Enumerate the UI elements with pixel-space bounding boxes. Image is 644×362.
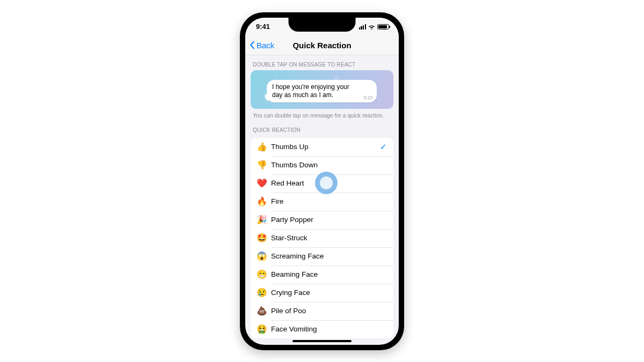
message-bubble[interactable]: I hope you're enjoying your day as much …: [267, 80, 377, 103]
preview-footer: You can double tap on message for a quic…: [245, 109, 399, 119]
reaction-row[interactable]: 🤩Star-Struck: [251, 229, 393, 247]
reaction-label: Screaming Face: [271, 252, 387, 260]
reaction-row[interactable]: 👍Thumbs Up✓: [251, 138, 393, 156]
reaction-row[interactable]: 🤮Face Vomiting: [251, 320, 393, 338]
reaction-label: Crying Face: [271, 289, 387, 297]
nav-bar: Back Quick Reaction: [245, 36, 399, 55]
message-text: I hope you're enjoying your day as much …: [272, 83, 371, 100]
phone-screen: 9:41 Back Quick Reaction DOUBLE TAP ON M: [245, 18, 399, 345]
reaction-label: Thumbs Up: [271, 143, 380, 151]
checkmark-icon: ✓: [380, 142, 387, 152]
back-button[interactable]: Back: [250, 36, 274, 55]
notch: [289, 18, 356, 32]
reaction-row[interactable]: 😁Beaming Face: [251, 265, 393, 284]
home-indicator[interactable]: [292, 340, 352, 342]
reaction-label: Party Popper: [271, 216, 387, 224]
reaction-row[interactable]: 😢Crying Face: [251, 284, 393, 302]
page-title: Quick Reaction: [292, 41, 351, 50]
cellular-signal-icon: [359, 24, 366, 29]
preview-header: DOUBLE TAP ON MESSAGE TO REACT: [245, 55, 399, 70]
reaction-row[interactable]: 👎Thumbs Down: [251, 156, 393, 174]
reaction-row[interactable]: 💩Pile of Poo: [251, 302, 393, 320]
reaction-emoji-icon: 🤩: [256, 234, 268, 242]
reaction-list: 👍Thumbs Up✓👎Thumbs Down❤️Red Heart🔥Fire🎉…: [251, 138, 393, 338]
list-header: QUICK REACTION: [245, 119, 399, 136]
reaction-emoji-icon: 🔥: [256, 197, 268, 206]
status-time: 9:41: [256, 23, 270, 31]
reaction-label: Pile of Poo: [271, 307, 387, 315]
reaction-label: Beaming Face: [271, 270, 387, 278]
reaction-emoji-icon: 🎉: [256, 216, 268, 224]
reaction-emoji-icon: 👍: [256, 143, 268, 151]
reaction-row[interactable]: 😱Screaming Face: [251, 247, 393, 265]
reaction-row[interactable]: ❤️Red Heart: [251, 174, 393, 193]
reaction-label: Thumbs Down: [271, 161, 387, 169]
reaction-row[interactable]: 🎉Party Popper: [251, 211, 393, 229]
reaction-emoji-icon: 🤮: [256, 325, 268, 334]
message-time: 9:23: [363, 95, 372, 100]
reaction-emoji-icon: ❤️: [256, 179, 268, 188]
stage: 9:41 Back Quick Reaction DOUBLE TAP ON M: [0, 0, 644, 362]
back-label: Back: [257, 41, 274, 50]
chevron-left-icon: [250, 41, 255, 49]
reaction-label: Face Vomiting: [271, 325, 387, 333]
reaction-emoji-icon: 💩: [256, 307, 268, 315]
content: DOUBLE TAP ON MESSAGE TO REACT I hope yo…: [245, 55, 399, 345]
wifi-icon: [368, 24, 375, 29]
reaction-emoji-icon: 😢: [256, 289, 268, 297]
message-preview[interactable]: I hope you're enjoying your day as much …: [251, 70, 393, 109]
status-icons: [359, 24, 389, 29]
reaction-emoji-icon: 😱: [256, 252, 268, 261]
reaction-emoji-icon: 😁: [256, 270, 268, 279]
battery-icon: [377, 24, 389, 29]
reaction-emoji-icon: 👎: [256, 161, 268, 169]
reaction-label: Fire: [271, 197, 387, 205]
reaction-row[interactable]: 🔥Fire: [251, 193, 393, 211]
reaction-label: Red Heart: [271, 179, 387, 187]
reaction-label: Star-Struck: [271, 234, 387, 242]
phone-frame: 9:41 Back Quick Reaction DOUBLE TAP ON M: [240, 12, 404, 350]
